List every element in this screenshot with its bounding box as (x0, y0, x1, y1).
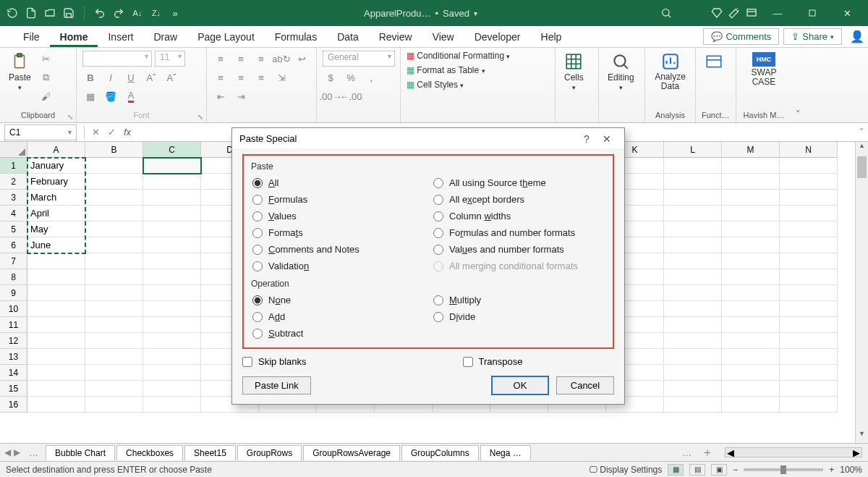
cell-C2[interactable] (143, 174, 201, 190)
sheet-tab[interactable]: Checkboxes (116, 445, 183, 460)
cell-N10[interactable] (780, 301, 838, 317)
cell-L7[interactable] (664, 253, 722, 269)
radio-comments[interactable]: Comments and Notes (251, 241, 425, 258)
sheet-tab-ellipsis-left[interactable]: … (25, 447, 43, 458)
sheet-tab[interactable]: GroupColumns (401, 445, 479, 460)
cell-L5[interactable] (664, 221, 722, 237)
cell-M9[interactable] (722, 285, 780, 301)
cell-M13[interactable] (722, 349, 780, 365)
account-icon[interactable]: 👤 (846, 30, 868, 43)
tab-insert[interactable]: Insert (98, 27, 143, 47)
col-A[interactable]: A (27, 142, 85, 158)
sheet-tab-ellipsis-right[interactable]: … (678, 447, 696, 458)
horizontal-scrollbar[interactable]: ◀▶ (725, 447, 862, 457)
page-break-view-icon[interactable]: ▣ (711, 464, 727, 476)
tab-developer[interactable]: Developer (464, 27, 531, 47)
align-bottom-icon[interactable]: ≡ (253, 51, 269, 67)
cell-L10[interactable] (664, 301, 722, 317)
zoom-out-icon[interactable]: − (733, 465, 738, 475)
sheet-tab[interactable]: Nega … (480, 445, 531, 460)
cell-M1[interactable] (722, 158, 780, 174)
cell-A7[interactable] (27, 253, 85, 269)
row-15[interactable]: 15 (0, 381, 27, 397)
radio-values[interactable]: Values (251, 208, 425, 224)
cell-L2[interactable] (664, 174, 722, 190)
display-settings-button[interactable]: 🖵 Display Settings (589, 465, 662, 475)
align-right-icon[interactable]: ≡ (253, 69, 269, 85)
name-box[interactable]: C1 (4, 124, 77, 140)
cell-L9[interactable] (664, 285, 722, 301)
tab-help[interactable]: Help (531, 27, 572, 47)
radio-formulas-number[interactable]: Formulas and number formats (432, 224, 605, 241)
scroll-thumb[interactable] (857, 156, 867, 178)
cell-A3[interactable]: March (27, 190, 85, 206)
align-center-icon[interactable]: ≡ (233, 69, 249, 85)
cell-N8[interactable] (780, 269, 838, 285)
maximize-button[interactable] (797, 3, 827, 23)
cell-L13[interactable] (664, 349, 722, 365)
cell-C11[interactable] (143, 317, 201, 333)
format-as-table-button[interactable]: ▦ Format as Table ▾ (407, 65, 485, 75)
cell-C13[interactable] (143, 349, 201, 365)
tab-review[interactable]: Review (369, 27, 422, 47)
fx-icon[interactable]: fx (119, 127, 135, 138)
saved-status[interactable]: Saved (443, 8, 469, 19)
row-4[interactable]: 4 (0, 206, 27, 221)
cell-A8[interactable] (27, 269, 85, 285)
sheet-tab[interactable]: GroupRows (237, 445, 302, 460)
functi-button[interactable] (702, 51, 726, 72)
cell-L1[interactable] (664, 158, 722, 174)
cell-N6[interactable] (780, 237, 838, 253)
radio-formats[interactable]: Formats (251, 224, 425, 241)
sort-az-icon[interactable]: A↓ (131, 7, 144, 20)
tab-draw[interactable]: Draw (143, 27, 187, 47)
cell-C5[interactable] (143, 221, 201, 237)
cell-A16[interactable] (27, 397, 85, 413)
cell-M16[interactable] (722, 397, 780, 413)
cell-M8[interactable] (722, 269, 780, 285)
tab-pagelayout[interactable]: Page Layout (187, 27, 265, 47)
cell-A5[interactable]: May (27, 221, 85, 237)
row-13[interactable]: 13 (0, 349, 27, 365)
cell-B2[interactable] (85, 174, 143, 190)
diamond-icon[interactable] (710, 7, 723, 20)
help-icon[interactable]: ? (576, 133, 597, 145)
col-M[interactable]: M (722, 142, 780, 158)
search-icon[interactable] (660, 7, 673, 20)
undo-icon[interactable] (93, 7, 106, 20)
percent-icon[interactable]: % (343, 69, 359, 85)
analyze-data-button[interactable]: Analyze Data (651, 51, 689, 93)
cell-N14[interactable] (780, 365, 838, 381)
row-10[interactable]: 10 (0, 301, 27, 317)
sheet-tab[interactable]: Bubble Chart (46, 445, 115, 460)
cell-C9[interactable] (143, 285, 201, 301)
autosave-toggle[interactable] (6, 7, 19, 20)
cell-L12[interactable] (664, 333, 722, 349)
cell-B11[interactable] (85, 317, 143, 333)
chevron-down-icon[interactable]: ▾ (474, 9, 477, 17)
new-icon[interactable] (25, 7, 38, 20)
row-3[interactable]: 3 (0, 190, 27, 206)
cell-M10[interactable] (722, 301, 780, 317)
col-C[interactable]: C (143, 142, 201, 158)
paste-button[interactable]: Paste ▾ (6, 51, 34, 93)
row-12[interactable]: 12 (0, 333, 27, 349)
currency-icon[interactable]: $ (323, 69, 339, 85)
clipboard-launcher-icon[interactable]: ⤡ (67, 113, 73, 121)
cell-N15[interactable] (780, 381, 838, 397)
cell-C16[interactable] (143, 397, 201, 413)
radio-all-except-borders[interactable]: All except borders (432, 191, 605, 208)
wand-icon[interactable] (728, 7, 741, 20)
wrap-text-icon[interactable]: ↩ (294, 51, 310, 67)
cell-L15[interactable] (664, 381, 722, 397)
tab-data[interactable]: Data (327, 27, 369, 47)
sort-za-icon[interactable]: Z↓ (150, 7, 163, 20)
cell-C3[interactable] (143, 190, 201, 206)
vertical-scrollbar[interactable]: ▲ ▼ (855, 142, 868, 443)
format-painter-icon[interactable]: 🖌 (38, 88, 54, 104)
radio-validation[interactable]: Validation (251, 258, 425, 274)
zoom-level[interactable]: 100% (840, 465, 862, 475)
cell-M5[interactable] (722, 221, 780, 237)
cell-A2[interactable]: February (27, 174, 85, 190)
tab-formulas[interactable]: Formulas (265, 27, 327, 47)
